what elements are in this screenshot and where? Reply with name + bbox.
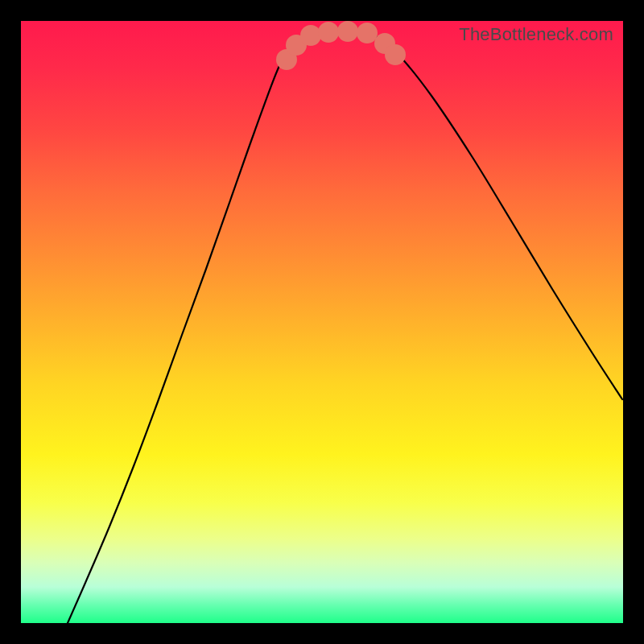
plot-area: TheBottleneck.com (21, 21, 623, 623)
curve-path (68, 31, 622, 623)
marker-dot (300, 25, 321, 46)
marker-dot (357, 23, 378, 43)
curves-group (68, 31, 622, 623)
marker-dot (337, 21, 358, 42)
markers-group (276, 21, 406, 70)
chart-svg (21, 21, 623, 623)
marker-dot (385, 44, 406, 65)
chart-frame: TheBottleneck.com (0, 0, 644, 644)
marker-dot (318, 22, 339, 43)
